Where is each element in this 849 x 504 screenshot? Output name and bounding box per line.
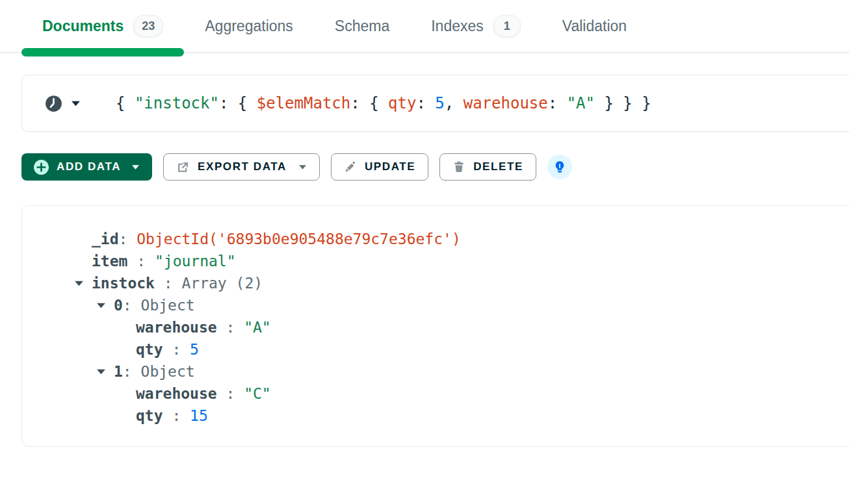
field-value: Object — [141, 360, 195, 383]
field-key: 1 — [114, 360, 123, 383]
update-label: UPDATE — [365, 160, 415, 173]
expand-caret-icon[interactable] — [96, 302, 114, 309]
field-separator: : — [155, 272, 182, 294]
add-data-label: ADD DATA — [57, 160, 121, 173]
field-value: "A" — [244, 316, 271, 338]
plus-circle-icon — [34, 160, 49, 175]
tab-label: Validation — [562, 18, 627, 35]
export-data-button[interactable]: EXPORT DATA — [163, 153, 320, 181]
field-separator: : — [217, 316, 244, 338]
chevron-down-icon — [71, 100, 81, 107]
chevron-down-icon — [298, 164, 307, 170]
insights-button[interactable] — [547, 155, 572, 179]
trash-icon — [452, 160, 465, 173]
field-key: instock — [92, 272, 155, 294]
crud-toolbar: ADD DATA EXPORT DATA UPDATE — [21, 153, 849, 181]
delete-label: DELETE — [473, 160, 523, 173]
field-key: qty — [136, 405, 163, 427]
field-separator: : — [127, 250, 155, 272]
delete-button[interactable]: DELETE — [439, 153, 536, 181]
field-value: ObjectId('6893b0e905488e79c7e36efc') — [137, 228, 461, 250]
field-value: 15 — [190, 405, 208, 427]
field-value: 5 — [190, 338, 199, 360]
lightbulb-icon — [553, 160, 567, 174]
tab-schema[interactable]: Schema — [314, 0, 410, 52]
document-field-row: warehouse : "A" — [22, 316, 849, 338]
clock-icon — [45, 95, 62, 112]
document-field-row: _id: ObjectId('6893b0e905488e79c7e36efc'… — [22, 228, 849, 250]
field-key: 0 — [114, 294, 123, 316]
field-separator: : — [163, 338, 190, 360]
query-history-button[interactable] — [45, 95, 81, 112]
document-field-row: instock : Array (2) — [22, 272, 849, 294]
document-card: _id: ObjectId('6893b0e905488e79c7e36efc'… — [21, 205, 849, 447]
tab-label: Schema — [335, 18, 389, 35]
field-separator: : — [217, 383, 244, 405]
field-key: warehouse — [136, 316, 217, 338]
field-value: "journal" — [155, 250, 236, 272]
tab-label: Documents — [42, 18, 124, 35]
export-icon — [176, 160, 190, 174]
update-button[interactable]: UPDATE — [331, 153, 428, 181]
expand-caret-icon[interactable] — [74, 280, 92, 287]
field-separator: : — [123, 294, 141, 316]
field-key: _id — [92, 228, 119, 250]
field-key: qty — [136, 338, 163, 360]
document-field-row: warehouse : "C" — [22, 383, 849, 405]
field-value: "C" — [244, 383, 271, 405]
document-field-row: item : "journal" — [22, 250, 849, 272]
field-key: item — [92, 250, 127, 272]
field-key: warehouse — [136, 383, 217, 405]
field-separator: : — [119, 228, 137, 250]
document-field-row: qty : 15 — [22, 405, 849, 427]
collection-tabbar: Documents 23 Aggregations Schema Indexes… — [0, 0, 849, 53]
export-data-label: EXPORT DATA — [198, 160, 287, 173]
query-bar: { "instock": { $elemMatch: { qty: 5, war… — [21, 75, 849, 132]
field-separator: : — [123, 360, 141, 383]
field-separator: : — [163, 405, 190, 427]
add-data-button[interactable]: ADD DATA — [21, 153, 152, 181]
document-field-row: 1: Object — [22, 360, 849, 383]
document-field-row: qty : 5 — [22, 338, 849, 360]
pencil-icon — [344, 160, 357, 173]
query-input[interactable]: { "instock": { $elemMatch: { qty: 5, war… — [116, 94, 651, 112]
field-value: Object — [141, 294, 195, 316]
tab-aggregations[interactable]: Aggregations — [184, 0, 314, 52]
tab-indexes[interactable]: Indexes 1 — [410, 0, 542, 52]
document-field-row: 0: Object — [22, 294, 849, 316]
tab-count-badge: 23 — [133, 15, 163, 37]
tab-label: Aggregations — [205, 18, 293, 35]
tab-documents[interactable]: Documents 23 — [21, 0, 184, 52]
chevron-down-icon — [131, 164, 140, 170]
expand-caret-icon[interactable] — [96, 368, 114, 375]
field-value: Array (2) — [181, 272, 263, 294]
tab-validation[interactable]: Validation — [542, 0, 647, 52]
tab-count-badge: 1 — [493, 15, 521, 37]
tab-label: Indexes — [431, 18, 484, 35]
